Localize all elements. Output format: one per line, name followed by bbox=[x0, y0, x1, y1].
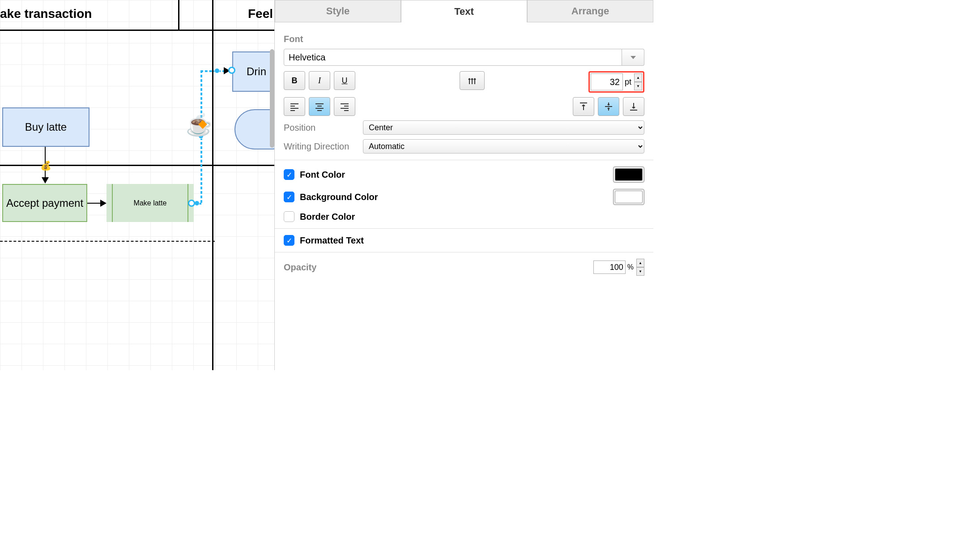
valign-middle-button[interactable] bbox=[598, 97, 619, 116]
edge-handle-1[interactable] bbox=[214, 68, 220, 73]
opacity-unit: % bbox=[627, 263, 634, 271]
diagram-canvas[interactable]: ake transaction Feel Buy latte Accept pa… bbox=[0, 0, 274, 370]
bg-color-checkbox[interactable]: ✓ bbox=[284, 192, 294, 202]
chevron-down-icon bbox=[631, 56, 636, 59]
align-center-icon bbox=[314, 101, 325, 112]
font-size-step-down[interactable]: ▼ bbox=[634, 82, 642, 90]
valign-top-button[interactable] bbox=[573, 97, 594, 116]
bold-button[interactable]: B bbox=[284, 71, 305, 90]
valign-middle-icon bbox=[603, 101, 614, 112]
node-make-latte[interactable]: Make latte bbox=[107, 184, 194, 222]
font-color-swatch[interactable] bbox=[615, 168, 643, 181]
endpoint-ring-icon[interactable] bbox=[228, 67, 235, 74]
valign-top-icon bbox=[578, 101, 589, 112]
vertical-arrows-icon bbox=[467, 75, 477, 86]
font-family-dropdown[interactable] bbox=[622, 49, 644, 66]
lane-header-2: Feel bbox=[248, 7, 273, 21]
arrowhead-down-icon bbox=[42, 177, 49, 184]
align-left-icon bbox=[289, 101, 300, 112]
opacity-input[interactable] bbox=[593, 260, 626, 274]
selected-edge-seg1[interactable] bbox=[200, 70, 225, 72]
divider bbox=[275, 160, 653, 160]
font-size-highlighted: pt ▲ ▼ bbox=[588, 71, 644, 93]
formatted-text-label: Formatted Text bbox=[300, 235, 364, 246]
opacity-step-down[interactable]: ▼ bbox=[636, 267, 644, 276]
lane-divider-v1 bbox=[212, 0, 213, 370]
node-accept-payment[interactable]: Accept payment bbox=[2, 184, 87, 222]
font-size-step-up[interactable]: ▲ bbox=[634, 73, 642, 82]
moneybag-icon: 💰 bbox=[40, 160, 51, 171]
align-left-button[interactable] bbox=[284, 97, 305, 116]
align-center-button[interactable] bbox=[309, 97, 330, 116]
position-select[interactable]: Center bbox=[363, 120, 644, 135]
font-section-label: Font bbox=[284, 34, 644, 44]
bg-color-label: Background Color bbox=[300, 192, 378, 202]
align-right-button[interactable] bbox=[334, 97, 355, 116]
font-family-select[interactable]: Helvetica bbox=[284, 49, 622, 66]
position-label: Position bbox=[284, 123, 358, 133]
valign-bottom-icon bbox=[628, 101, 639, 112]
lane-header-1: ake transaction bbox=[0, 7, 92, 21]
tab-arrange[interactable]: Arrange bbox=[527, 0, 653, 22]
italic-button[interactable]: I bbox=[309, 71, 330, 90]
lane-boundary-dashed bbox=[0, 241, 215, 242]
lane-divider-h1 bbox=[0, 30, 274, 31]
writing-direction-label: Writing Direction bbox=[284, 141, 358, 152]
tab-text[interactable]: Text bbox=[401, 0, 527, 22]
vertical-text-button[interactable] bbox=[460, 71, 485, 90]
tab-style[interactable]: Style bbox=[275, 0, 401, 22]
font-color-label: Font Color bbox=[300, 170, 345, 180]
bg-color-swatch[interactable] bbox=[615, 191, 643, 203]
endpoint-ring-icon-2[interactable] bbox=[188, 200, 195, 207]
opacity-step-up[interactable]: ▲ bbox=[636, 259, 644, 267]
panel-tabs: Style Text Arrange bbox=[275, 0, 653, 22]
edge-accept-to-make[interactable] bbox=[87, 203, 101, 204]
formatted-text-checkbox[interactable]: ✓ bbox=[284, 235, 294, 246]
divider-2 bbox=[275, 228, 653, 229]
opacity-label: Opacity bbox=[284, 262, 316, 273]
font-size-input[interactable] bbox=[591, 73, 623, 90]
valign-bottom-button[interactable] bbox=[623, 97, 644, 116]
underline-button[interactable]: U bbox=[334, 71, 355, 90]
canvas-scrollbar[interactable] bbox=[270, 49, 274, 148]
lane-divider-v0 bbox=[178, 0, 179, 30]
node-buy-latte[interactable]: Buy latte bbox=[2, 107, 89, 147]
divider-3 bbox=[275, 252, 653, 252]
format-panel: Style Text Arrange Font Helvetica B I U … bbox=[274, 0, 653, 370]
border-color-label: Border Color bbox=[300, 212, 355, 222]
font-color-checkbox[interactable]: ✓ bbox=[284, 169, 294, 180]
align-right-icon bbox=[339, 101, 350, 112]
arrowhead-right-icon bbox=[100, 200, 107, 207]
border-color-checkbox[interactable] bbox=[284, 211, 294, 222]
font-size-unit: pt bbox=[625, 77, 631, 87]
writing-direction-select[interactable]: Automatic bbox=[363, 139, 644, 154]
